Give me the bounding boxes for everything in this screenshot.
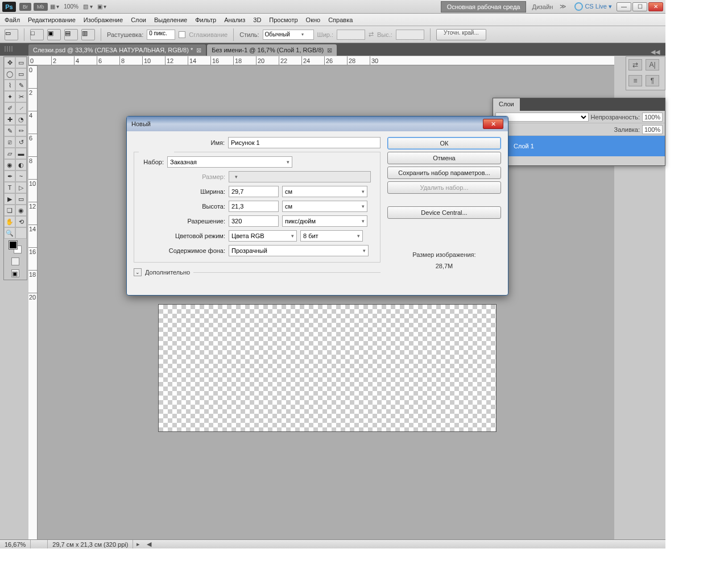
view-dropdown[interactable]: ▦ ▾ bbox=[50, 3, 60, 10]
blur-tool-icon[interactable]: ◉ bbox=[4, 159, 15, 171]
move-tool-icon[interactable]: ✥ bbox=[4, 57, 15, 68]
resolution-input[interactable] bbox=[229, 215, 279, 227]
colormode-select[interactable]: Цвета RGB bbox=[229, 230, 297, 242]
resolution-unit-select[interactable]: пикс/дюйм bbox=[282, 215, 367, 227]
workspace-button[interactable]: Основная рабочая среда bbox=[441, 1, 527, 13]
canvas[interactable] bbox=[158, 304, 497, 432]
name-input[interactable] bbox=[228, 137, 380, 148]
freeform-tool-icon[interactable]: ~ bbox=[15, 171, 27, 182]
path-tool-icon[interactable]: ▷ bbox=[15, 182, 27, 193]
pen-tool-icon[interactable]: ✒ bbox=[4, 171, 15, 182]
cslive-button[interactable]: CS Live ▾ bbox=[574, 2, 612, 11]
width-unit-select[interactable]: см bbox=[282, 186, 367, 197]
eyedrop-tool-icon[interactable]: ✐ bbox=[4, 102, 15, 114]
screenmode-dropdown[interactable]: ▣ ▾ bbox=[97, 3, 107, 10]
patch-tool-icon[interactable]: ◔ bbox=[15, 114, 27, 125]
eraser-tool-icon[interactable]: ▱ bbox=[4, 148, 15, 159]
layers-tab[interactable]: Слои bbox=[493, 98, 520, 111]
collapsed-panels[interactable]: ⇄ A| ≡ ¶ bbox=[626, 56, 665, 90]
quickmask-icon[interactable] bbox=[11, 257, 19, 265]
menu-file[interactable]: Файл bbox=[5, 16, 20, 23]
selmode-new-icon[interactable]: □ bbox=[30, 29, 44, 40]
width-input[interactable] bbox=[229, 186, 279, 197]
brush-tool-icon[interactable]: ✎ bbox=[4, 125, 15, 136]
menu-select[interactable]: Выделение bbox=[154, 16, 187, 23]
menu-analysis[interactable]: Анализ bbox=[224, 16, 245, 23]
bgcontents-select[interactable]: Прозрачный bbox=[229, 245, 369, 256]
ok-button[interactable]: ОК bbox=[387, 137, 501, 149]
marquee2-tool-icon[interactable]: ▭ bbox=[15, 68, 27, 80]
refine-edge-button[interactable]: Уточн. край... bbox=[436, 29, 486, 40]
bridge-button[interactable]: Br bbox=[19, 3, 31, 11]
menu-help[interactable]: Справка bbox=[328, 16, 353, 23]
wand-tool-icon[interactable]: ✦ bbox=[4, 91, 15, 102]
doctab-1[interactable]: Слезки.psd @ 33,3% (СЛЕЗА НАТУРАЛЬНАЯ, R… bbox=[28, 44, 206, 56]
ruler-tool-icon[interactable]: ⟋ bbox=[15, 102, 27, 114]
3dcam-tool-icon[interactable]: ◉ bbox=[15, 205, 27, 216]
menu-3d[interactable]: 3D bbox=[253, 16, 261, 23]
scroll-left-icon[interactable]: ◀ bbox=[143, 541, 155, 548]
dialog-title-bar[interactable]: Новый ✕ bbox=[127, 117, 508, 131]
fill-input[interactable]: 100% bbox=[642, 125, 663, 134]
stamp-tool-icon[interactable]: ⎚ bbox=[4, 136, 15, 148]
foreground-color[interactable] bbox=[9, 241, 17, 249]
history-tool-icon[interactable]: ↺ bbox=[15, 136, 27, 148]
pencil-tool-icon[interactable]: ✏ bbox=[15, 125, 27, 136]
layer-row[interactable]: Слой 1 bbox=[493, 136, 665, 156]
layers-panel[interactable]: Слои Непрозрачность: 100% Заливка: 100% … bbox=[493, 98, 665, 166]
close-button[interactable]: ✕ bbox=[648, 2, 663, 11]
height-unit-select[interactable]: см bbox=[282, 201, 367, 212]
artboard-tool-icon[interactable]: ▭ bbox=[15, 57, 27, 68]
minibridge-button[interactable]: Mb bbox=[34, 3, 48, 11]
feather-input[interactable]: 0 пикс. bbox=[147, 30, 175, 40]
rotate-tool-icon[interactable]: ⟲ bbox=[15, 216, 27, 227]
screenmode2-icon[interactable]: ▣ bbox=[11, 269, 19, 277]
opacity-input[interactable]: 100% bbox=[642, 113, 663, 122]
selmode-sub-icon[interactable]: ▤ bbox=[64, 29, 78, 40]
doctab-2[interactable]: Без имени-1 @ 16,7% (Слой 1, RGB/8)⊠ bbox=[207, 44, 337, 56]
hand-tool-icon[interactable]: ✋ bbox=[4, 216, 15, 227]
current-tool-icon[interactable]: ▭ bbox=[5, 29, 18, 40]
design-link[interactable]: Дизайн bbox=[532, 3, 553, 10]
zoom-tool-icon[interactable]: 🔍 bbox=[4, 227, 15, 239]
cancel-button[interactable]: Отмена bbox=[387, 152, 501, 164]
advanced-toggle[interactable]: ⌄ bbox=[134, 268, 142, 276]
panel-icon[interactable]: ≡ bbox=[628, 75, 642, 86]
zoom-dropdown[interactable]: 100% bbox=[64, 3, 78, 10]
type-tool-icon[interactable]: T bbox=[4, 182, 15, 193]
more-ws-icon[interactable]: ≫ bbox=[560, 3, 566, 10]
shape-tool-icon[interactable]: ▭ bbox=[15, 193, 27, 205]
crop-tool-icon[interactable]: ✂ bbox=[15, 91, 27, 102]
preset-select[interactable]: Заказная bbox=[167, 156, 292, 168]
menu-image[interactable]: Изображение bbox=[84, 16, 123, 23]
gradient-tool-icon[interactable]: ▬ bbox=[15, 148, 27, 159]
menu-window[interactable]: Окно bbox=[306, 16, 321, 23]
antialias-checkbox[interactable] bbox=[179, 31, 185, 38]
minimize-button[interactable]: — bbox=[617, 2, 631, 11]
heal-tool-icon[interactable]: ✚ bbox=[4, 114, 15, 125]
quicksel-tool-icon[interactable]: ✎ bbox=[15, 80, 27, 91]
panel-icon[interactable]: ⇄ bbox=[628, 59, 642, 70]
direct-tool-icon[interactable]: ▶ bbox=[4, 193, 15, 205]
character-panel-icon[interactable]: A| bbox=[646, 59, 659, 70]
height-input[interactable] bbox=[229, 201, 279, 212]
layer-name[interactable]: Слой 1 bbox=[514, 143, 534, 149]
selmode-intersect-icon[interactable]: ▥ bbox=[81, 29, 95, 40]
3d-tool-icon[interactable]: ❏ bbox=[4, 205, 15, 216]
color-swatches[interactable]: ▣ bbox=[4, 239, 27, 280]
style-select[interactable]: Обычный bbox=[263, 30, 314, 40]
dims-status[interactable]: 29,7 см x 21,3 см (320 ppi) bbox=[48, 540, 133, 548]
marquee-tool-icon[interactable]: ◯ bbox=[4, 68, 15, 80]
arrange-dropdown[interactable]: ▧ ▾ bbox=[83, 3, 93, 10]
lasso-tool-icon[interactable]: ⌇ bbox=[4, 80, 15, 91]
device-central-button[interactable]: Device Central... bbox=[387, 206, 501, 219]
status-menu-icon[interactable]: ▸ bbox=[133, 541, 143, 548]
bitdepth-select[interactable]: 8 бит bbox=[300, 230, 363, 242]
blend-mode-select[interactable] bbox=[495, 113, 589, 122]
advanced-label[interactable]: Дополнительно bbox=[145, 269, 190, 276]
maximize-button[interactable]: ☐ bbox=[632, 2, 647, 11]
extra-tool-icon[interactable] bbox=[15, 227, 27, 239]
save-preset-button[interactable]: Сохранить набор параметров... bbox=[387, 167, 501, 179]
close-tab-icon[interactable]: ⊠ bbox=[196, 47, 201, 54]
dodge-tool-icon[interactable]: ◐ bbox=[15, 159, 27, 171]
